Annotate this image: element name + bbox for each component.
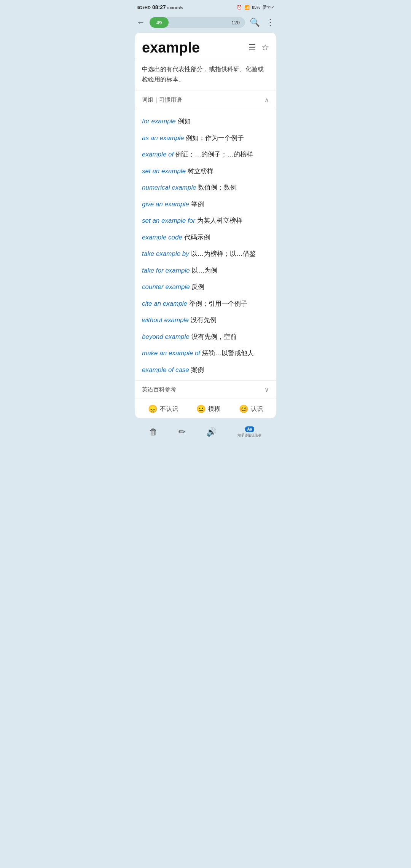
phrase-item[interactable]: counter example 反例 — [142, 279, 269, 295]
phrase-en: take for example — [142, 267, 190, 274]
phrase-en: beyond example — [142, 333, 190, 340]
phrase-item[interactable]: as an example 例如；作为一个例子 — [142, 130, 269, 147]
phrase-item[interactable]: set an example for 为某人树立榜样 — [142, 212, 269, 229]
phrase-zh: 数值例；数例 — [198, 184, 237, 191]
status-bar: 4G+HD 08:27 0.00 KB/s ⏰ 📶 85% 爱で✓ — [131, 0, 280, 14]
phrase-item[interactable]: make an example of 惩罚…以警戒他人 — [142, 345, 269, 362]
knowledge-buttons: 😞不认识😐模糊😊认识 — [135, 399, 276, 418]
status-right: ⏰ 📶 85% 爱で✓ — [237, 5, 274, 10]
more-button[interactable]: ⋮ — [264, 16, 276, 29]
phrase-en: take example by — [142, 250, 189, 257]
phrase-zh: 例如；作为一个例子 — [186, 134, 244, 142]
phrase-item[interactable]: beyond example 没有先例，空前 — [142, 329, 269, 345]
phrase-item[interactable]: example code 代码示例 — [142, 229, 269, 246]
phrase-item[interactable]: example of case 案例 — [142, 362, 269, 378]
phrase-en: counter example — [142, 283, 190, 290]
phrase-item[interactable]: for example 例如 — [142, 113, 269, 130]
phrase-en: make an example of — [142, 349, 200, 357]
status-speed: 0.00 KB/s — [167, 6, 183, 10]
status-time: 08:27 — [152, 4, 166, 10]
back-button[interactable]: ← — [135, 16, 147, 29]
phrase-zh: 以…为例 — [191, 267, 217, 274]
phrase-zh: 为某人树立榜样 — [197, 217, 242, 224]
sys-nav-item-3[interactable]: Aa知乎@是佳佳读 — [237, 426, 261, 438]
battery-label: 爱で✓ — [263, 5, 274, 10]
phrase-section-header: 词组｜习惯用语 ∧ — [135, 91, 276, 109]
sys-nav-label-3: 知乎@是佳佳读 — [237, 433, 261, 438]
phrase-section-toggle[interactable]: ∧ — [264, 96, 269, 104]
sys-nav-item-0[interactable]: 🗑 — [149, 427, 158, 437]
phrase-zh: 没有先例 — [191, 316, 217, 324]
phrase-item[interactable]: give an example 举例 — [142, 196, 269, 213]
encyclopedia-toggle[interactable]: ∨ — [264, 386, 269, 393]
sys-nav-aa: Aa — [245, 426, 255, 432]
progress-current: 49 — [156, 20, 162, 26]
encyclopedia-section-header: 英语百科参考 ∨ — [135, 380, 276, 399]
phrase-zh: 例证；…的例子；…的榜样 — [175, 151, 253, 158]
btn-icon-2: 😊 — [239, 404, 249, 413]
phrase-en: without example — [142, 316, 189, 324]
phrase-zh: 反例 — [191, 283, 204, 290]
phrase-zh: 没有先例，空前 — [191, 333, 237, 340]
btn-label-1: 模糊 — [208, 405, 220, 413]
phrase-list: for example 例如as an example 例如；作为一个例子exa… — [135, 109, 276, 380]
word-title: example — [142, 40, 200, 56]
phrase-en: set an example for — [142, 217, 195, 224]
bookmark-icon[interactable]: ☆ — [261, 43, 269, 53]
phrase-item[interactable]: set an example 树立榜样 — [142, 163, 269, 180]
phrase-item[interactable]: take example by 以…为榜样；以…借鉴 — [142, 246, 269, 262]
sys-nav-icon-2: 🔊 — [206, 427, 217, 437]
phrase-en: cite an example — [142, 300, 187, 307]
phrase-en: example of case — [142, 366, 189, 373]
btn-label-2: 认识 — [251, 405, 263, 413]
search-button[interactable]: 🔍 — [248, 16, 261, 29]
network-indicator: 4G+HD — [137, 5, 151, 10]
phrase-en: give an example — [142, 201, 189, 208]
phrase-zh: 代码示例 — [184, 234, 210, 241]
wifi-icon: 📶 — [244, 5, 250, 10]
sys-nav-item-2[interactable]: 🔊 — [206, 427, 217, 437]
btn-icon-1: 😐 — [196, 404, 206, 413]
know-button-0[interactable]: 😞不认识 — [148, 404, 178, 413]
phrase-zh: 案例 — [191, 366, 204, 373]
sys-nav-icon-1: ✏ — [178, 427, 185, 437]
phrase-item[interactable]: numerical example 数值例；数例 — [142, 179, 269, 196]
word-header: example ☰ ☆ — [135, 33, 276, 60]
phrase-en: example code — [142, 234, 182, 241]
btn-icon-0: 😞 — [148, 404, 158, 413]
nav-bar: ← 49 120 🔍 ⋮ — [131, 14, 280, 33]
encyclopedia-title: 英语百科参考 — [142, 386, 176, 393]
word-actions: ☰ ☆ — [249, 43, 269, 53]
phrase-item[interactable]: without example 没有先例 — [142, 312, 269, 329]
phrase-zh: 树立榜样 — [188, 168, 213, 175]
btn-label-0: 不认识 — [160, 405, 178, 413]
phrase-zh: 惩罚…以警戒他人 — [202, 349, 254, 357]
phrase-en: as an example — [142, 134, 184, 142]
sys-nav-icon-0: 🗑 — [149, 427, 158, 437]
phrase-en: for example — [142, 118, 176, 125]
phrase-item[interactable]: take for example 以…为例 — [142, 262, 269, 279]
know-button-1[interactable]: 😐模糊 — [196, 404, 220, 413]
word-card: example ☰ ☆ 中选出的有代表性部分，或指供科研、化验或检验用的标本。 … — [135, 33, 276, 418]
phrase-section-title: 词组｜习惯用语 — [142, 96, 182, 104]
list-icon[interactable]: ☰ — [249, 43, 256, 53]
phrase-zh: 举例；引用一个例子 — [189, 300, 247, 307]
sys-nav-item-1[interactable]: ✏ — [178, 427, 185, 437]
phrase-en: numerical example — [142, 184, 196, 191]
phrase-zh: 举例 — [191, 201, 204, 208]
word-definition: 中选出的有代表性部分，或指供科研、化验或检验用的标本。 — [135, 60, 276, 91]
progress-container: 49 120 — [150, 17, 245, 28]
status-left: 4G+HD 08:27 0.00 KB/s — [137, 4, 183, 10]
progress-bar: 49 — [150, 17, 169, 28]
know-button-2[interactable]: 😊认识 — [239, 404, 263, 413]
phrase-en: example of — [142, 151, 174, 158]
phrase-zh: 以…为榜样；以…借鉴 — [191, 250, 256, 257]
phrase-en: set an example — [142, 168, 186, 175]
phrase-item[interactable]: cite an example 举例；引用一个例子 — [142, 295, 269, 312]
phrase-zh: 例如 — [178, 118, 191, 125]
progress-total: 120 — [231, 20, 240, 26]
phrase-item[interactable]: example of 例证；…的例子；…的榜样 — [142, 146, 269, 163]
battery-percent: 85% — [252, 5, 260, 10]
system-nav: 🗑✏🔊Aa知乎@是佳佳读 — [131, 423, 280, 444]
alarm-icon: ⏰ — [237, 5, 242, 10]
